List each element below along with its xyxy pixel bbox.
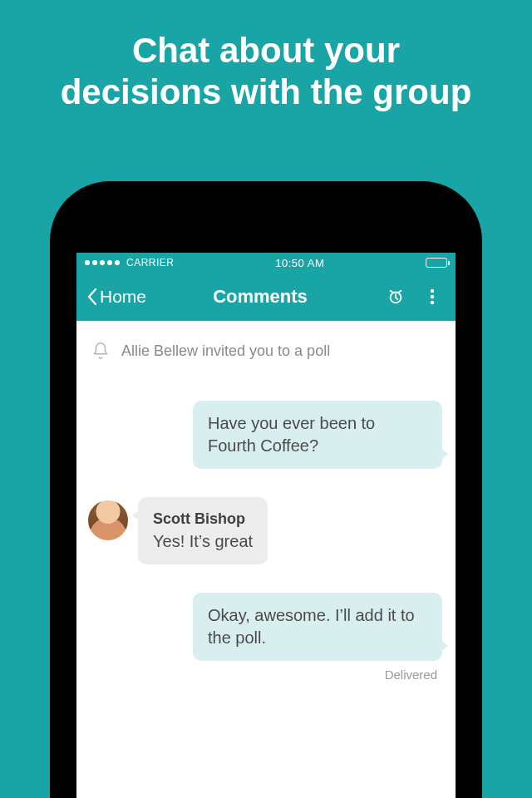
outgoing-message[interactable]: Okay, awesome. I’ll add it to the poll. (193, 593, 442, 661)
hero-line-1: Chat about your (0, 30, 532, 71)
phone-frame: CARRIER 10:50 AM Home Comments (50, 181, 482, 798)
delivery-status: Delivered (88, 667, 442, 682)
more-vertical-icon (430, 288, 435, 305)
nav-actions (386, 287, 449, 307)
message-text: Okay, awesome. I’ll add it to the poll. (208, 606, 415, 647)
nav-bar: Home Comments (76, 273, 456, 321)
incoming-message[interactable]: Scott Bishop Yes! It’s great (138, 497, 268, 564)
message-text: Yes! It’s great (153, 532, 253, 550)
hero-heading: Chat about your decisions with the group (0, 0, 532, 114)
outgoing-message[interactable]: Have you ever been to Fourth Coffee? (193, 401, 442, 469)
message-text: Have you ever been to Fourth Coffee? (208, 414, 375, 455)
message-row: Have you ever been to Fourth Coffee? (88, 401, 442, 469)
signal-icon (85, 260, 120, 265)
hero-line-2: decisions with the group (0, 71, 532, 113)
alarm-icon (387, 288, 405, 306)
message-row: Okay, awesome. I’ll add it to the poll. (88, 593, 442, 661)
page-title: Comments (135, 286, 386, 308)
timer-button[interactable] (386, 287, 406, 307)
message-row: Scott Bishop Yes! It’s great (88, 497, 442, 564)
bell-icon (91, 341, 110, 361)
status-bar: CARRIER 10:50 AM (76, 253, 456, 273)
svg-point-1 (431, 289, 434, 293)
clock-label: 10:50 AM (175, 257, 426, 269)
chat-thread[interactable]: Have you ever been to Fourth Coffee? Sco… (76, 369, 456, 798)
carrier-label: CARRIER (126, 257, 175, 268)
battery-icon (426, 258, 447, 268)
chevron-left-icon (86, 288, 98, 306)
svg-point-3 (431, 301, 434, 304)
avatar[interactable] (88, 500, 128, 540)
more-button[interactable] (422, 287, 442, 307)
notice-text: Allie Bellew invited you to a poll (121, 342, 330, 360)
svg-point-2 (431, 295, 434, 298)
sender-name: Scott Bishop (153, 509, 253, 529)
phone-screen: CARRIER 10:50 AM Home Comments (76, 253, 456, 798)
poll-notice: Allie Bellew invited you to a poll (76, 321, 456, 369)
